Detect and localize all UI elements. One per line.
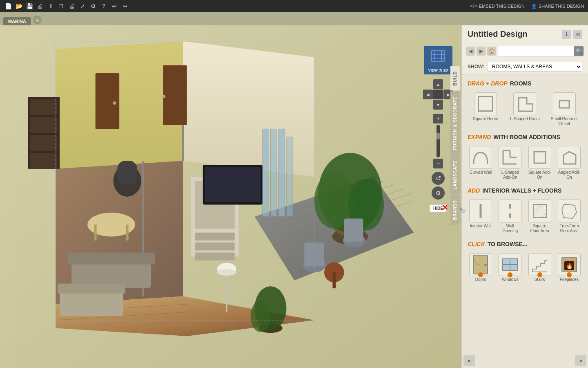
stairs-card[interactable]: Stairs: [527, 251, 553, 284]
nav-down-button[interactable]: ▼: [433, 100, 443, 110]
svg-point-49: [251, 300, 271, 332]
wall-opening-card[interactable]: Wall Opening: [497, 198, 523, 235]
svg-text:🔥: 🔥: [566, 263, 573, 269]
zoom-thumb[interactable]: [437, 133, 440, 139]
int-wall-svg: [472, 202, 490, 220]
settings-icon[interactable]: ⚙: [89, 2, 97, 10]
nav-center-button[interactable]: ·: [433, 90, 443, 99]
undo-icon[interactable]: ↩: [110, 2, 118, 10]
export-icon[interactable]: ↗: [78, 2, 87, 10]
fireplaces-card[interactable]: 🔥 Fireplaces: [556, 251, 582, 284]
nav-up-button[interactable]: ▲: [433, 79, 443, 89]
panel-header: Untitled Design ℹ ≪: [462, 25, 588, 43]
svg-rect-68: [559, 101, 569, 108]
small-room-svg: [556, 96, 572, 112]
panel-nav: ◀ ▶ 🏠 🔍: [462, 43, 588, 59]
doors-card[interactable]: Doors: [468, 251, 494, 284]
angled-addon-card[interactable]: Angled Add-On: [556, 144, 582, 182]
stairs-svg: [531, 256, 549, 274]
svg-rect-76: [533, 204, 546, 218]
viewport-settings-button[interactable]: ⚙: [432, 186, 445, 200]
print2-icon[interactable]: 🖨: [68, 2, 76, 10]
collapse-panel-button[interactable]: ≪: [573, 30, 582, 39]
l-room-svg: [517, 96, 533, 112]
l-shaped-room-card[interactable]: L-Shaped Room: [507, 91, 543, 128]
panel-home-button[interactable]: 🏠: [487, 47, 496, 56]
tab-marina[interactable]: MARINA: [3, 17, 31, 25]
square-floor-card[interactable]: Square Floor Area: [527, 198, 553, 235]
freeform-svg: [560, 202, 578, 220]
svg-point-79: [484, 264, 487, 266]
vertical-tabs: BUILD FURNISH & DECORATE LANDSCAPE BRAND…: [450, 66, 460, 225]
wall-opening-svg: [501, 202, 519, 220]
tab-add-button[interactable]: +: [33, 16, 42, 25]
l-shaped-addon-card[interactable]: L-Shaped Add-On: [497, 144, 523, 182]
help-icon[interactable]: ?: [100, 2, 108, 10]
windows-icon: [499, 253, 521, 276]
small-room-icon: [553, 92, 576, 115]
square-room-card[interactable]: Square Room: [468, 91, 503, 128]
section-expand-header: EXPAND WITH ROOM ADDITIONS: [468, 134, 582, 140]
svg-rect-53: [30, 99, 58, 115]
panel-search-box: 🔍: [498, 46, 584, 56]
doors-icon: [469, 253, 492, 276]
view-in-2d-button[interactable]: VIEW IN 2D: [424, 46, 452, 74]
zoom-out-button[interactable]: −: [433, 159, 443, 168]
embed-button[interactable]: </> EMBED THIS DESIGN: [470, 3, 525, 9]
angled-svg: [560, 148, 578, 166]
square-room-label: Square Room: [473, 117, 498, 121]
embed-label: EMBED THIS DESIGN: [479, 4, 525, 9]
show-select[interactable]: ROOMS, WALLS & AREAS: [488, 62, 582, 72]
stairs-icon: [528, 253, 551, 276]
windows-label: Windows: [502, 277, 519, 282]
info-icon[interactable]: ℹ: [47, 2, 55, 10]
curved-wall-label: Curved Wall: [470, 170, 492, 175]
svg-rect-51: [58, 283, 125, 293]
sq-addon-svg: [531, 148, 549, 166]
square-addon-card[interactable]: Square Add-On: [527, 144, 553, 182]
interior-wall-icon: [469, 200, 492, 222]
map-icon: [430, 48, 446, 67]
small-room-card[interactable]: Small Room or Closet: [546, 91, 582, 128]
vtab-furnish[interactable]: FURNISH & DECORATE: [450, 92, 460, 155]
history-icon[interactable]: 🗒: [57, 2, 65, 10]
section-browse-header: CLICK TO BROWSE...: [468, 241, 582, 247]
section-interior-header: ADD INTERIOR WALLS + FLOORS: [468, 187, 582, 194]
collapse-down-button[interactable]: »: [575, 355, 586, 366]
new-icon[interactable]: 📄: [4, 2, 12, 10]
info-panel-button[interactable]: ℹ: [562, 30, 571, 39]
redo-icon[interactable]: ↪: [121, 2, 129, 10]
nav-left-button[interactable]: ◀: [423, 90, 433, 99]
vtab-landscape[interactable]: LANDSCAPE: [450, 155, 460, 194]
canvas-area[interactable]: VIEW IN 2D ▲ ◀ · ▶ ▼ + −: [0, 25, 461, 368]
embed-icon: </>: [470, 3, 477, 9]
interior-wall-card[interactable]: Interior Wall: [468, 198, 494, 235]
fireplaces-icon: 🔥: [558, 253, 581, 276]
panel-search-button[interactable]: 🔍: [574, 46, 584, 56]
stairs-label: Stairs: [535, 277, 545, 282]
section-expand-title-dark: WITH ROOM ADDITIONS: [493, 134, 560, 140]
svg-marker-8: [183, 41, 314, 177]
section-browse-title-dark: TO BROWSE...: [488, 241, 528, 247]
share-button[interactable]: 👤 SHARE THIS DESIGN: [531, 4, 584, 9]
svg-rect-62: [432, 51, 445, 61]
fireplaces-badge: [567, 272, 572, 277]
panel-forward-button[interactable]: ▶: [477, 47, 486, 56]
windows-badge: [508, 272, 512, 277]
windows-card[interactable]: Windows: [497, 251, 523, 284]
panel-search-input[interactable]: [498, 47, 574, 55]
zoom-slider: + −: [433, 114, 443, 168]
vtab-brands[interactable]: BRANDS 🔍: [450, 195, 460, 225]
curved-wall-card[interactable]: Curved Wall: [468, 144, 494, 182]
collapse-up-button[interactable]: «: [463, 355, 475, 366]
panel-back-button[interactable]: ◀: [466, 47, 475, 56]
print-icon[interactable]: 🖨: [36, 2, 44, 10]
open-icon[interactable]: 📂: [15, 2, 23, 10]
rotate-button[interactable]: ↺: [432, 172, 445, 185]
zoom-in-button[interactable]: +: [433, 114, 443, 123]
vtab-build[interactable]: BUILD: [450, 66, 460, 91]
hide-button[interactable]: HIDE: [430, 204, 447, 212]
nav-cross: ▲ ◀ · ▶ ▼: [423, 79, 453, 110]
freeform-floor-card[interactable]: Free-Form Floor Area: [556, 198, 582, 235]
save-icon[interactable]: 💾: [25, 2, 33, 10]
